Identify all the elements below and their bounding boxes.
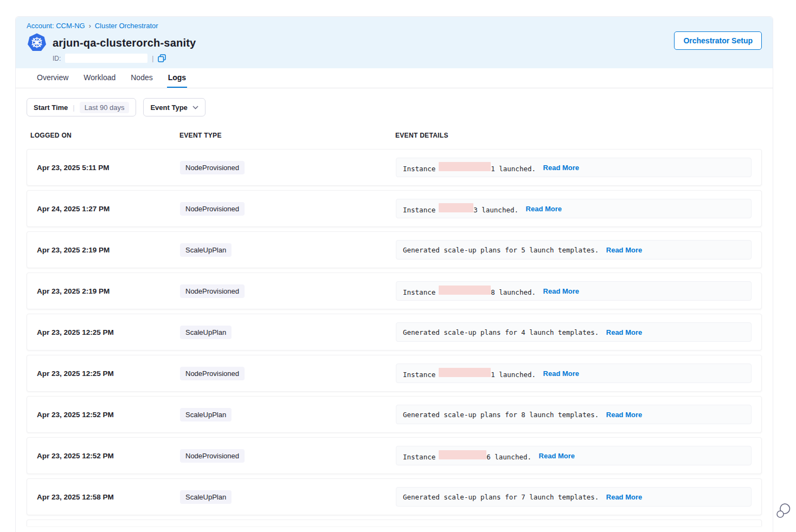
read-more-link[interactable]: Read More	[543, 164, 579, 172]
breadcrumb-cluster-orchestrator-link[interactable]: Cluster Orchestrator	[95, 22, 158, 30]
event-detail-box: Generated scale-up plans for 8 launch te…	[396, 405, 752, 424]
event-detail-text: Instance8 launched.	[403, 286, 540, 296]
event-detail-text: Generated scale-up plans for 5 launch te…	[403, 246, 603, 254]
read-more-link[interactable]: Read More	[606, 411, 642, 419]
read-more-link[interactable]: Read More	[526, 205, 562, 213]
event-type-badge: NodeProvisioned	[180, 284, 245, 298]
column-event-details: EVENT DETAILS	[395, 132, 752, 139]
detail-prefix: Instance	[403, 371, 435, 379]
log-row: Apr 23, 2025 12:25 PM ScaleUpPlan Genera…	[27, 314, 762, 351]
chevron-down-icon	[192, 106, 198, 109]
tab-workload[interactable]: Workload	[82, 68, 117, 88]
event-detail-box: Generated scale-up plans for 7 launch te…	[396, 487, 752, 507]
event-type-badge: NodeProvisioned	[180, 161, 245, 174]
read-more-link[interactable]: Read More	[606, 246, 642, 254]
cluster-id-row: ID: |	[53, 54, 762, 63]
event-detail-box: Generated scale-up plans for 4 launch te…	[396, 322, 752, 342]
event-type-badge: ScaleUpPlan	[180, 243, 232, 257]
event-detail-box: Instance3 launched. Read More	[396, 199, 752, 218]
tab-label: Nodes	[131, 73, 152, 82]
chat-bubbles-icon[interactable]	[775, 502, 792, 519]
tab-overview[interactable]: Overview	[36, 68, 69, 88]
event-detail-box: Instance6 launched. Read More	[396, 446, 752, 465]
detail-suffix: 8 launched.	[491, 288, 540, 296]
id-separator: |	[152, 55, 153, 62]
event-type-label: Event Type	[150, 103, 187, 112]
redacted-instance-id	[439, 286, 491, 295]
event-type-badge: ScaleUpPlan	[180, 490, 232, 504]
logged-on-value: Apr 23, 2025 2:19 PM	[37, 246, 180, 254]
cluster-orchestrator-page: Account: CCM-NG › Cluster Orchestrator a…	[15, 16, 773, 532]
event-type-badge: ScaleUpPlan	[180, 408, 232, 421]
logged-on-value: Apr 23, 2025 5:11 PM	[37, 164, 180, 172]
start-time-label: Start Time	[34, 103, 68, 112]
event-type-badge: NodeProvisioned	[180, 202, 245, 216]
event-detail-text: Instance6 launched.	[403, 450, 536, 461]
log-row: Apr 24, 2025 1:27 PM NodeProvisioned Ins…	[27, 190, 762, 227]
tab-bar: Overview Workload Nodes Logs	[16, 68, 773, 88]
redacted-instance-id	[439, 450, 486, 459]
event-detail-text: Instance1 launched.	[403, 162, 540, 173]
detail-prefix: Instance	[403, 453, 435, 461]
event-detail-box: Instance1 launched. Read More	[396, 364, 752, 383]
redacted-instance-id	[439, 203, 473, 212]
redacted-instance-id	[439, 368, 491, 377]
redacted-instance-id	[439, 162, 491, 171]
log-row: Apr 23, 2025 12:25 PM NodeProvisioned In…	[27, 355, 762, 392]
cluster-id-redacted	[65, 54, 147, 63]
log-row: Apr 23, 2025 12:58 PM ScaleUpPlan Genera…	[27, 478, 762, 515]
filter-bar: Start Time | Last 90 days Event Type	[27, 98, 762, 116]
event-detail-box: Instance8 launched. Read More	[396, 281, 752, 301]
column-event-type: EVENT TYPE	[179, 132, 395, 139]
logged-on-value: Apr 24, 2025 1:27 PM	[37, 205, 180, 213]
detail-suffix: 6 launched.	[486, 453, 535, 461]
event-detail-box: Generated scale-up plans for 5 launch te…	[396, 240, 752, 259]
tab-logs[interactable]: Logs	[167, 68, 187, 88]
logged-on-value: Apr 23, 2025 12:52 PM	[37, 411, 180, 419]
logged-on-value: Apr 23, 2025 12:52 PM	[37, 452, 180, 460]
start-time-filter[interactable]: Start Time | Last 90 days	[27, 98, 136, 116]
copy-icon[interactable]	[158, 54, 166, 62]
logged-on-value: Apr 23, 2025 12:25 PM	[37, 328, 180, 336]
read-more-link[interactable]: Read More	[606, 493, 642, 501]
partial-next-row	[27, 520, 762, 526]
event-detail-text: Generated scale-up plans for 7 launch te…	[403, 493, 603, 501]
detail-prefix: Instance	[403, 288, 435, 296]
orchestrator-setup-button[interactable]: Orchestrator Setup	[674, 31, 762, 50]
event-type-badge: NodeProvisioned	[180, 367, 245, 380]
read-more-link[interactable]: Read More	[543, 369, 579, 378]
detail-suffix: 1 launched.	[491, 371, 540, 379]
column-logged-on: LOGGED ON	[30, 132, 179, 139]
log-row: Apr 23, 2025 12:52 PM NodeProvisioned In…	[27, 437, 762, 474]
page-header: Account: CCM-NG › Cluster Orchestrator a…	[16, 17, 773, 68]
log-row: Apr 23, 2025 5:11 PM NodeProvisioned Ins…	[27, 149, 762, 186]
logged-on-value: Apr 23, 2025 12:58 PM	[37, 493, 180, 501]
detail-prefix: Instance	[403, 165, 435, 173]
tab-label: Overview	[37, 73, 68, 82]
event-detail-text: Generated scale-up plans for 8 launch te…	[403, 411, 603, 419]
breadcrumb-separator: ›	[89, 22, 91, 30]
logs-content: Start Time | Last 90 days Event Type LOG…	[16, 88, 773, 526]
read-more-link[interactable]: Read More	[543, 287, 579, 295]
detail-prefix: Instance	[403, 206, 435, 214]
read-more-link[interactable]: Read More	[539, 452, 575, 460]
read-more-link[interactable]: Read More	[606, 328, 642, 336]
tab-label: Logs	[168, 73, 186, 82]
logged-on-value: Apr 23, 2025 2:19 PM	[37, 287, 180, 295]
event-type-filter[interactable]: Event Type	[143, 98, 205, 116]
tab-nodes[interactable]: Nodes	[130, 68, 153, 88]
breadcrumb-account-link[interactable]: Account: CCM-NG	[27, 22, 85, 30]
detail-suffix: 1 launched.	[491, 165, 540, 173]
detail-suffix: 3 launched.	[473, 206, 522, 214]
page-title: arjun-qa-clusterorch-sanity	[53, 37, 196, 49]
kubernetes-icon	[27, 33, 47, 53]
start-time-value: Last 90 days	[80, 102, 130, 113]
log-row: Apr 23, 2025 2:19 PM ScaleUpPlan Generat…	[27, 231, 762, 268]
log-table-header: LOGGED ON EVENT TYPE EVENT DETAILS	[27, 132, 762, 139]
log-rows: Apr 23, 2025 5:11 PM NodeProvisioned Ins…	[27, 149, 762, 515]
event-type-badge: ScaleUpPlan	[180, 326, 232, 339]
log-row: Apr 23, 2025 2:19 PM NodeProvisioned Ins…	[27, 273, 762, 309]
breadcrumb: Account: CCM-NG › Cluster Orchestrator	[27, 22, 762, 30]
event-detail-text: Instance1 launched.	[403, 368, 540, 379]
title-row: arjun-qa-clusterorch-sanity	[27, 33, 762, 53]
